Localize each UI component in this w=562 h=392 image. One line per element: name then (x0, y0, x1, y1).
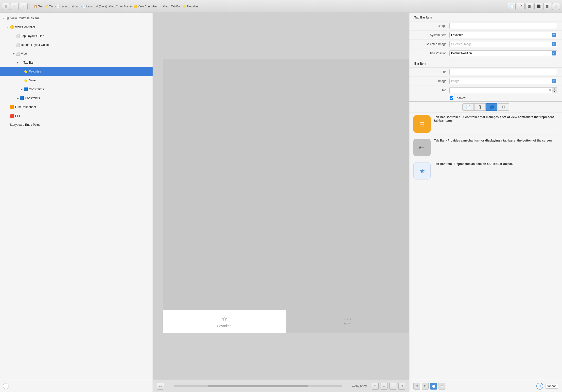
identity-inspector-tab[interactable]: 🔵 (486, 103, 497, 111)
view-icon: ⬜ (159, 5, 162, 8)
entry-label: Storyboard Entry Point (10, 123, 40, 126)
tab-favorites[interactable]: ☆ Favorites (163, 310, 286, 333)
base-icon: 📄 (82, 5, 86, 8)
breadcrumb-sep-2: › (55, 5, 56, 8)
attributes-inspector-tab[interactable]: ⊟ (498, 103, 509, 111)
standard-editor-btn[interactable]: ⬛ (534, 3, 542, 10)
right-panel-icon-3[interactable]: ⬤ (430, 383, 437, 390)
info-card-tab-bar-item: ★ Tab Bar Item - Represents an item on a… (413, 162, 558, 179)
tree-item-bottom-layout[interactable]: ⬜ Bottom Layout Guide (0, 40, 153, 49)
constraints-inner-label: Constraints (29, 88, 44, 91)
scene-arrow: ▼ (2, 17, 6, 20)
breadcrumb-favorites[interactable]: ⭐ Favorites (183, 5, 198, 8)
bottom-layout-icon: ⬜ (16, 43, 20, 47)
file-icon: 📋 (34, 5, 37, 8)
right-panel-icon-1[interactable]: ⊞ (413, 383, 420, 390)
forward-button[interactable]: › (20, 3, 28, 10)
tag-input[interactable] (449, 87, 552, 93)
panel-toggle-btn[interactable]: ▭ (157, 383, 164, 390)
breadcrumb-test-file[interactable]: 📋 Test (34, 5, 43, 8)
tab-bar-item-text: Tab Bar Item - Represents an item on a U… (434, 162, 558, 167)
tree-item-tab-bar[interactable]: ▼ ··· Tab Bar (0, 58, 153, 67)
breadcrumb-test-folder[interactable]: 📁 Test (45, 5, 54, 8)
breadcrumb-sep-8: › (181, 5, 182, 8)
canvas-scrollbar[interactable] (174, 385, 342, 387)
enabled-checkbox[interactable] (450, 96, 453, 100)
tree-item-top-layout[interactable]: ⬜ Top Layout Guide (0, 32, 153, 40)
vc-label: View Controller (15, 25, 35, 29)
title-position-label: Title Position (414, 52, 446, 55)
constraints-outer-icon: 🟦 (20, 96, 24, 100)
breadcrumb-sep-6: › (157, 5, 158, 8)
tree-item-exit[interactable]: 🟥 Exit (0, 111, 153, 120)
scene-bottom: + (0, 380, 153, 392)
more-icon: ⭐ (24, 78, 28, 82)
version-editor-btn[interactable]: ↗ (552, 3, 560, 10)
entry-arrow: → (6, 123, 10, 126)
selected-image-placeholder[interactable]: Selected Image (449, 41, 557, 47)
breadcrumb-view[interactable]: ⬜ View (159, 5, 169, 8)
file-inspector-btn[interactable]: 📄 (508, 3, 516, 10)
tag-decrement-btn[interactable]: ▼ (552, 90, 557, 93)
tree-item-constraints-outer[interactable]: ▶ 🟦 Constraints (0, 94, 153, 103)
tabbar-name-label: tabbar (545, 384, 558, 389)
selected-image-row: Selected Image Selected Image ▼ (409, 40, 562, 49)
zoom-in-btn[interactable]: ↔ (381, 383, 387, 390)
enabled-label[interactable]: Enabled (455, 96, 466, 100)
tag-increment-btn[interactable]: ▲ (552, 88, 557, 90)
tree-item-constraints-inner[interactable]: ▶ 🟦 Constraints (0, 85, 153, 94)
tree-item-view-controller[interactable]: ▼ 🟡 View Controller (0, 23, 153, 32)
tab-more[interactable]: More (286, 310, 409, 333)
inspector-info: ⊞ Tab Bar Controller - A controller that… (409, 112, 562, 380)
system-item-select-wrap: Favorites ▼ (449, 32, 557, 38)
favorites-tab-label: Favorites (217, 324, 231, 328)
image-label: Image (414, 79, 446, 83)
bar-title-input[interactable] (449, 69, 557, 75)
tree-item-favorites[interactable]: ⭐ Favorites (0, 67, 153, 76)
tab-bar-item-icon: ★ (413, 162, 431, 179)
file-inspector-tab[interactable]: 📄 (462, 103, 474, 111)
more-label: More (29, 79, 35, 82)
system-item-select[interactable]: Favorites (449, 32, 557, 38)
right-panel-icon-4[interactable]: ⊟ (439, 383, 445, 390)
breadcrumb-storyboard[interactable]: 📄 Launc...ryboard (56, 5, 80, 8)
assistant-editor-btn[interactable]: ⊟ (543, 3, 551, 10)
back-button[interactable]: ‹ (11, 3, 19, 10)
circle-indicator-btn[interactable]: ⊙ (536, 383, 543, 390)
quick-help-tab[interactable]: {} (474, 103, 486, 111)
scale-btn[interactable]: ⊟ (398, 383, 405, 390)
selected-image-label: Selected Image (414, 42, 446, 46)
tree-item-first-responder[interactable]: 🟧 First Responder (0, 103, 153, 111)
constraints-inner-arrow: ▶ (20, 88, 24, 91)
tree-item-storyboard-entry[interactable]: → Storyboard Entry Point (0, 120, 153, 129)
grid-view-btn[interactable]: ⊞ (526, 3, 533, 10)
top-layout-icon: ⬜ (16, 34, 20, 38)
right-panel-icon-2[interactable]: ⊡ (422, 383, 429, 390)
scene-tree: ▼ 🖥 View Controller Scene ▼ 🟡 View Contr… (0, 13, 153, 380)
view-controller-icon: 🟡 (134, 5, 137, 8)
more-tab-label: More (344, 322, 351, 326)
zoom-fit-btn[interactable]: ⊞ (372, 383, 379, 390)
image-placeholder[interactable]: Image (449, 78, 557, 84)
zoom-out-btn[interactable]: ↕ (389, 383, 396, 390)
breadcrumb-tabbar[interactable]: Tab Bar (171, 5, 181, 8)
exit-icon: 🟥 (10, 114, 14, 118)
breadcrumb: 📋 Test › 📁 Test › 📄 Launc...ryboard › 📄 … (34, 5, 507, 8)
nav-grid-button[interactable]: ⊞ (2, 3, 10, 10)
breadcrumb-sep-5: › (132, 5, 133, 8)
canvas-content: → ☆ Favorites More (153, 13, 409, 380)
breadcrumb-view-controller[interactable]: 🟡 View Controller (134, 5, 157, 8)
right-panel: Tab Bar Item Badge System Item Favorites… (409, 13, 562, 392)
inspector-attributes: Tab Bar Item Badge System Item Favorites… (409, 13, 562, 102)
breadcrumb-scene[interactable]: View C...er Scene (109, 5, 132, 8)
tree-item-view[interactable]: ▼ ⬜ View (0, 49, 153, 58)
help-btn[interactable]: ❓ (517, 3, 525, 10)
scene-add-btn[interactable]: + (3, 383, 9, 389)
breadcrumb-sep: › (44, 5, 45, 8)
tree-item-more[interactable]: ⭐ More (0, 76, 153, 85)
badge-input[interactable] (449, 23, 557, 29)
title-position-select[interactable]: Default Position (449, 50, 557, 56)
breadcrumb-base[interactable]: 📄 Launc...d (Base) (82, 5, 107, 8)
vc-icon: 🟡 (10, 25, 14, 29)
constraints-inner-icon: 🟦 (24, 87, 28, 91)
